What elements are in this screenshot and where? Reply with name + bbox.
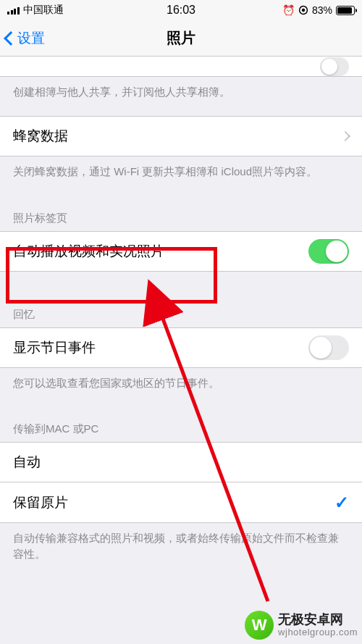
shared-albums-footer: 创建相簿与他人共享，并订阅他人共享相簿。: [0, 77, 362, 116]
autoplay-toggle[interactable]: [308, 239, 349, 264]
keep-original-row[interactable]: 保留原片 ✓: [0, 482, 362, 523]
signal-icon: [7, 6, 20, 14]
battery-percentage: 83%: [312, 4, 332, 16]
nav-bar: 设置 照片: [0, 20, 362, 57]
checkmark-icon: ✓: [334, 493, 349, 513]
back-button[interactable]: 设置: [0, 29, 45, 48]
carrier-label: 中国联通: [23, 4, 64, 17]
orientation-lock-icon: ⦿: [298, 4, 308, 16]
autoplay-row[interactable]: 自动播放视频和实况照片: [0, 231, 362, 272]
status-left: 中国联通: [7, 4, 64, 17]
chevron-right-icon: [340, 131, 350, 141]
battery-icon: [336, 6, 355, 15]
watermark-title: 无极安卓网: [278, 612, 358, 627]
autoplay-label: 自动播放视频和实况照片: [13, 242, 308, 261]
settings-content: 创建相簿与他人共享，并订阅他人共享相簿。 蜂窝数据 关闭蜂窝数据，通过 Wi-F…: [0, 57, 362, 644]
transfer-auto-label: 自动: [13, 453, 349, 472]
watermark-url: wjhotelgroup.com: [278, 627, 358, 638]
keep-original-label: 保留原片: [13, 493, 334, 512]
watermark: W 无极安卓网 wjhotelgroup.com: [245, 611, 358, 640]
page-title: 照片: [167, 28, 195, 48]
transfer-auto-row[interactable]: 自动: [0, 442, 362, 482]
watermark-logo-icon: W: [245, 611, 274, 640]
shared-albums-toggle-row[interactable]: [0, 57, 362, 77]
show-holidays-row[interactable]: 显示节日事件: [0, 327, 362, 368]
shared-albums-toggle[interactable]: [320, 57, 349, 76]
cellular-data-footer: 关闭蜂窝数据，通过 Wi-Fi 更新共享相簿和 iCloud照片等内容。: [0, 156, 362, 196]
show-holidays-toggle[interactable]: [308, 335, 349, 360]
cellular-data-row[interactable]: 蜂窝数据: [0, 116, 362, 156]
status-time: 16:03: [167, 4, 195, 17]
cellular-data-label: 蜂窝数据: [13, 127, 342, 146]
status-bar: 中国联通 16:03 ⏰ ⦿ 83%: [0, 0, 362, 20]
show-holidays-footer: 您可以选取查看您国家或地区的节日事件。: [0, 368, 362, 407]
show-holidays-label: 显示节日事件: [13, 338, 308, 357]
back-label: 设置: [17, 29, 45, 48]
photos-tab-header: 照片标签页: [0, 196, 362, 231]
transfer-header: 传输到MAC 或PC: [0, 406, 362, 442]
status-right: ⏰ ⦿ 83%: [282, 4, 355, 16]
chevron-left-icon: [4, 31, 18, 46]
memories-header: 回忆: [0, 272, 362, 327]
alarm-icon: ⏰: [282, 4, 295, 16]
transfer-footer: 自动传输兼容格式的照片和视频，或者始终传输原始文件而不检查兼容性。: [0, 523, 362, 578]
